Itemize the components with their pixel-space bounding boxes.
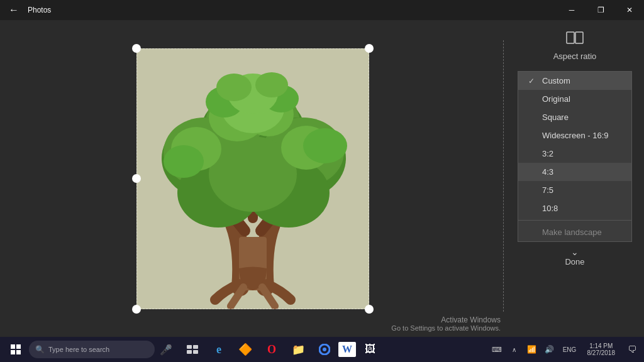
svg-point-19 [164, 145, 204, 178]
crop-handle-bottom-left[interactable] [132, 305, 141, 314]
dropdown-item-3-2[interactable]: 3:2 [518, 145, 631, 163]
titlebar-controls: ─ ❐ ✕ [557, 0, 644, 20]
crop-handle-top-right[interactable] [365, 44, 374, 53]
svg-rect-25 [11, 344, 15, 349]
close-button[interactable]: ✕ [615, 0, 644, 20]
vlc-icon[interactable]: 🔶 [233, 337, 258, 362]
app-title: Photos [28, 6, 51, 14]
clock-time: 1:14 PM [589, 343, 613, 349]
titlebar: ← Photos ─ ❐ ✕ [0, 0, 644, 20]
back-button[interactable]: ← [5, 1, 23, 19]
start-button[interactable] [3, 337, 29, 362]
titlebar-left: ← Photos [5, 1, 51, 19]
svg-rect-30 [193, 345, 198, 349]
restore-button[interactable]: ❐ [586, 0, 615, 20]
right-panel: Aspect ratio ✓ Custom Original Square Wi… [506, 20, 644, 337]
dropdown-item-custom-label: Custom [542, 76, 570, 85]
crop-handle-top-left[interactable] [132, 44, 141, 53]
taskbar-icons: e 🔶 O 📁 W 🖼 [180, 337, 382, 362]
done-section: ⌄ Done [565, 247, 584, 266]
search-icon: 🔍 [35, 345, 45, 354]
tree-image [136, 48, 369, 309]
dropdown-item-square-label: Square [542, 112, 569, 122]
task-view-button[interactable] [180, 337, 205, 362]
clock[interactable]: 1:14 PM 8/27/2018 [582, 343, 621, 356]
svg-rect-31 [187, 350, 192, 354]
crop-frame[interactable] [136, 48, 369, 309]
activate-windows-subtitle: Go to Settings to activate Windows. [391, 324, 501, 332]
svg-rect-32 [193, 350, 198, 354]
minimize-button[interactable]: ─ [557, 0, 586, 20]
svg-point-21 [216, 74, 252, 101]
svg-point-34 [323, 348, 326, 351]
done-chevron-icon: ⌄ [571, 247, 579, 257]
clock-date: 8/27/2018 [587, 349, 616, 356]
dropdown-item-original-label: Original [542, 94, 570, 104]
dropdown-item-10-8-label: 10:8 [542, 204, 558, 213]
dropdown-item-original[interactable]: Original [518, 90, 631, 108]
svg-rect-28 [16, 350, 21, 354]
search-placeholder: Type here to search [48, 346, 109, 353]
wifi-tray-icon[interactable]: 📶 [525, 337, 540, 362]
keyboard-tray-icon[interactable]: ⌨ [489, 337, 504, 362]
activate-windows-watermark: Activate Windows Go to Settings to activ… [391, 315, 501, 332]
done-button[interactable]: Done [565, 257, 584, 266]
language-tray-icon[interactable]: ENG [560, 337, 580, 362]
aspect-ratio-section: Aspect ratio [553, 30, 597, 61]
dropdown-item-widescreen-label: Widescreen - 16:9 [542, 131, 609, 140]
volume-tray-icon[interactable]: 🔊 [542, 337, 557, 362]
svg-rect-26 [16, 344, 21, 349]
chrome-icon[interactable] [312, 337, 337, 362]
crop-handle-middle-left[interactable] [132, 174, 141, 183]
svg-rect-24 [575, 32, 583, 43]
svg-point-18 [303, 128, 347, 163]
dropdown-item-10-8[interactable]: 10:8 [518, 199, 631, 217]
notification-button[interactable]: 🗨 [623, 337, 641, 362]
aspect-ratio-icon [566, 30, 584, 49]
main-content: Activate Windows Go to Settings to activ… [0, 20, 644, 337]
crop-handle-bottom-right[interactable] [365, 305, 374, 314]
edge-icon[interactable]: e [206, 337, 231, 362]
dropdown-item-widescreen[interactable]: Widescreen - 16:9 [518, 126, 631, 145]
svg-rect-27 [11, 350, 15, 354]
dropdown-item-custom[interactable]: ✓ Custom [518, 72, 631, 90]
dropdown-item-7-5-label: 7:5 [542, 185, 553, 195]
folder-icon[interactable]: 📁 [286, 337, 311, 362]
aspect-ratio-dropdown: ✓ Custom Original Square Widescreen - 16… [518, 71, 632, 242]
dropdown-item-4-3-label: 4:3 [542, 167, 553, 177]
opera-icon[interactable]: O [259, 337, 284, 362]
dropdown-divider [518, 220, 631, 221]
checkmark-custom: ✓ [528, 77, 537, 85]
separator-line [503, 40, 504, 312]
aspect-ratio-label: Aspect ratio [553, 52, 597, 61]
taskbar-right: ⌨ ∧ 📶 🔊 ENG 1:14 PM 8/27/2018 🗨 [489, 337, 642, 362]
activate-windows-title: Activate Windows [391, 315, 501, 324]
taskbar: 🔍 Type here to search 🎤 e 🔶 O 📁 W 🖼 ⌨ ∧ [0, 337, 644, 362]
mic-button[interactable]: 🎤 [155, 337, 177, 362]
dropdown-item-7-5[interactable]: 7:5 [518, 181, 631, 199]
svg-rect-29 [187, 345, 192, 349]
word-icon[interactable]: W [338, 342, 356, 357]
canvas-area: Activate Windows Go to Settings to activ… [0, 20, 506, 337]
dropdown-item-make-landscape[interactable]: Make landscape [518, 223, 631, 241]
expand-tray-icon[interactable]: ∧ [507, 337, 522, 362]
svg-point-22 [255, 72, 288, 97]
search-bar[interactable]: 🔍 Type here to search [29, 341, 155, 358]
dropdown-item-3-2-label: 3:2 [542, 149, 553, 158]
tree-svg [136, 48, 369, 309]
svg-rect-23 [567, 32, 574, 43]
dropdown-item-landscape-label: Make landscape [542, 228, 602, 237]
photos-icon[interactable]: 🖼 [357, 337, 382, 362]
dropdown-item-square[interactable]: Square [518, 108, 631, 126]
dropdown-item-4-3[interactable]: 4:3 [518, 163, 631, 181]
